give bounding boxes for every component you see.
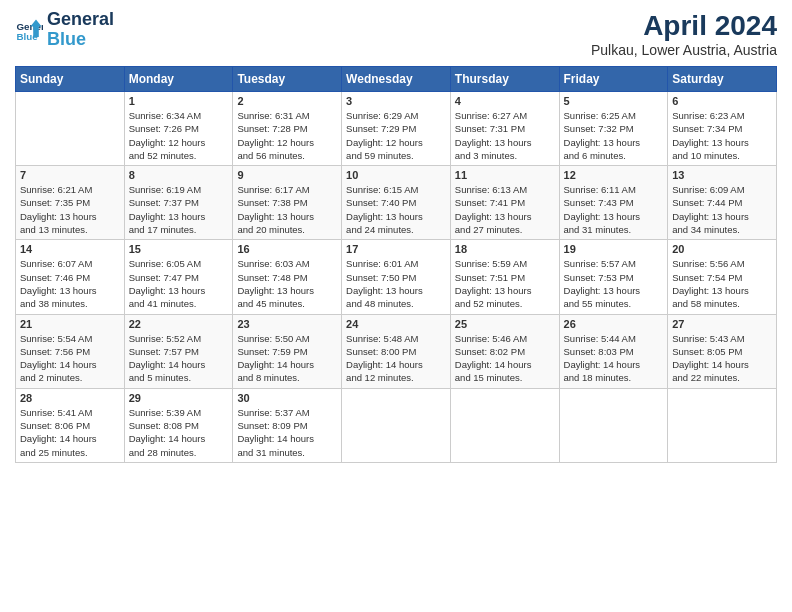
day-number: 25 (455, 318, 555, 330)
cell-content: Sunrise: 6:17 AMSunset: 7:38 PMDaylight:… (237, 184, 314, 235)
day-number: 12 (564, 169, 664, 181)
day-number: 1 (129, 95, 229, 107)
cell-w2-d7: 13Sunrise: 6:09 AMSunset: 7:44 PMDayligh… (668, 166, 777, 240)
day-number: 30 (237, 392, 337, 404)
cell-w2-d1: 7Sunrise: 6:21 AMSunset: 7:35 PMDaylight… (16, 166, 125, 240)
week-row-5: 28Sunrise: 5:41 AMSunset: 8:06 PMDayligh… (16, 388, 777, 462)
cell-content: Sunrise: 6:13 AMSunset: 7:41 PMDaylight:… (455, 184, 532, 235)
col-tuesday: Tuesday (233, 67, 342, 92)
cell-w1-d3: 2Sunrise: 6:31 AMSunset: 7:28 PMDaylight… (233, 92, 342, 166)
cell-w1-d1 (16, 92, 125, 166)
cell-w2-d2: 8Sunrise: 6:19 AMSunset: 7:37 PMDaylight… (124, 166, 233, 240)
day-number: 19 (564, 243, 664, 255)
cell-content: Sunrise: 5:37 AMSunset: 8:09 PMDaylight:… (237, 407, 314, 458)
day-number: 4 (455, 95, 555, 107)
day-number: 15 (129, 243, 229, 255)
cell-w3-d5: 18Sunrise: 5:59 AMSunset: 7:51 PMDayligh… (450, 240, 559, 314)
location-subtitle: Pulkau, Lower Austria, Austria (591, 42, 777, 58)
cell-content: Sunrise: 6:05 AMSunset: 7:47 PMDaylight:… (129, 258, 206, 309)
cell-content: Sunrise: 5:57 AMSunset: 7:53 PMDaylight:… (564, 258, 641, 309)
day-number: 6 (672, 95, 772, 107)
cell-w3-d4: 17Sunrise: 6:01 AMSunset: 7:50 PMDayligh… (342, 240, 451, 314)
cell-w3-d1: 14Sunrise: 6:07 AMSunset: 7:46 PMDayligh… (16, 240, 125, 314)
cell-content: Sunrise: 5:39 AMSunset: 8:08 PMDaylight:… (129, 407, 206, 458)
cell-w4-d5: 25Sunrise: 5:46 AMSunset: 8:02 PMDayligh… (450, 314, 559, 388)
cell-content: Sunrise: 6:31 AMSunset: 7:28 PMDaylight:… (237, 110, 314, 161)
calendar-header: Sunday Monday Tuesday Wednesday Thursday… (16, 67, 777, 92)
cell-content: Sunrise: 5:54 AMSunset: 7:56 PMDaylight:… (20, 333, 97, 384)
cell-w2-d6: 12Sunrise: 6:11 AMSunset: 7:43 PMDayligh… (559, 166, 668, 240)
col-thursday: Thursday (450, 67, 559, 92)
day-number: 23 (237, 318, 337, 330)
cell-content: Sunrise: 6:07 AMSunset: 7:46 PMDaylight:… (20, 258, 97, 309)
cell-w5-d5 (450, 388, 559, 462)
cell-w5-d7 (668, 388, 777, 462)
header-row: Sunday Monday Tuesday Wednesday Thursday… (16, 67, 777, 92)
calendar-table: Sunday Monday Tuesday Wednesday Thursday… (15, 66, 777, 463)
cell-w3-d6: 19Sunrise: 5:57 AMSunset: 7:53 PMDayligh… (559, 240, 668, 314)
cell-content: Sunrise: 6:09 AMSunset: 7:44 PMDaylight:… (672, 184, 749, 235)
cell-w3-d7: 20Sunrise: 5:56 AMSunset: 7:54 PMDayligh… (668, 240, 777, 314)
cell-content: Sunrise: 6:11 AMSunset: 7:43 PMDaylight:… (564, 184, 641, 235)
cell-content: Sunrise: 5:56 AMSunset: 7:54 PMDaylight:… (672, 258, 749, 309)
logo: General Blue General Blue (15, 10, 114, 50)
cell-content: Sunrise: 6:01 AMSunset: 7:50 PMDaylight:… (346, 258, 423, 309)
day-number: 5 (564, 95, 664, 107)
logo-icon: General Blue (15, 16, 43, 44)
cell-content: Sunrise: 6:25 AMSunset: 7:32 PMDaylight:… (564, 110, 641, 161)
cell-w3-d2: 15Sunrise: 6:05 AMSunset: 7:47 PMDayligh… (124, 240, 233, 314)
day-number: 24 (346, 318, 446, 330)
cell-w1-d6: 5Sunrise: 6:25 AMSunset: 7:32 PMDaylight… (559, 92, 668, 166)
cell-content: Sunrise: 5:50 AMSunset: 7:59 PMDaylight:… (237, 333, 314, 384)
cell-w4-d2: 22Sunrise: 5:52 AMSunset: 7:57 PMDayligh… (124, 314, 233, 388)
page-container: General Blue General Blue April 2024 Pul… (0, 0, 792, 473)
cell-w2-d3: 9Sunrise: 6:17 AMSunset: 7:38 PMDaylight… (233, 166, 342, 240)
cell-content: Sunrise: 6:19 AMSunset: 7:37 PMDaylight:… (129, 184, 206, 235)
cell-w1-d4: 3Sunrise: 6:29 AMSunset: 7:29 PMDaylight… (342, 92, 451, 166)
day-number: 22 (129, 318, 229, 330)
week-row-1: 1Sunrise: 6:34 AMSunset: 7:26 PMDaylight… (16, 92, 777, 166)
cell-content: Sunrise: 5:43 AMSunset: 8:05 PMDaylight:… (672, 333, 749, 384)
cell-content: Sunrise: 5:48 AMSunset: 8:00 PMDaylight:… (346, 333, 423, 384)
cell-w1-d7: 6Sunrise: 6:23 AMSunset: 7:34 PMDaylight… (668, 92, 777, 166)
day-number: 8 (129, 169, 229, 181)
cell-w2-d5: 11Sunrise: 6:13 AMSunset: 7:41 PMDayligh… (450, 166, 559, 240)
day-number: 3 (346, 95, 446, 107)
day-number: 14 (20, 243, 120, 255)
cell-w4-d1: 21Sunrise: 5:54 AMSunset: 7:56 PMDayligh… (16, 314, 125, 388)
logo-text-blue: Blue (47, 30, 114, 50)
day-number: 2 (237, 95, 337, 107)
cell-content: Sunrise: 6:27 AMSunset: 7:31 PMDaylight:… (455, 110, 532, 161)
cell-w4-d7: 27Sunrise: 5:43 AMSunset: 8:05 PMDayligh… (668, 314, 777, 388)
cell-content: Sunrise: 6:15 AMSunset: 7:40 PMDaylight:… (346, 184, 423, 235)
col-friday: Friday (559, 67, 668, 92)
day-number: 17 (346, 243, 446, 255)
cell-content: Sunrise: 5:41 AMSunset: 8:06 PMDaylight:… (20, 407, 97, 458)
cell-content: Sunrise: 5:59 AMSunset: 7:51 PMDaylight:… (455, 258, 532, 309)
col-monday: Monday (124, 67, 233, 92)
day-number: 21 (20, 318, 120, 330)
col-sunday: Sunday (16, 67, 125, 92)
cell-w4-d4: 24Sunrise: 5:48 AMSunset: 8:00 PMDayligh… (342, 314, 451, 388)
cell-w5-d4 (342, 388, 451, 462)
cell-w1-d5: 4Sunrise: 6:27 AMSunset: 7:31 PMDaylight… (450, 92, 559, 166)
calendar-body: 1Sunrise: 6:34 AMSunset: 7:26 PMDaylight… (16, 92, 777, 463)
cell-w5-d3: 30Sunrise: 5:37 AMSunset: 8:09 PMDayligh… (233, 388, 342, 462)
cell-w5-d1: 28Sunrise: 5:41 AMSunset: 8:06 PMDayligh… (16, 388, 125, 462)
cell-content: Sunrise: 6:21 AMSunset: 7:35 PMDaylight:… (20, 184, 97, 235)
cell-w2-d4: 10Sunrise: 6:15 AMSunset: 7:40 PMDayligh… (342, 166, 451, 240)
page-header: General Blue General Blue April 2024 Pul… (15, 10, 777, 58)
week-row-4: 21Sunrise: 5:54 AMSunset: 7:56 PMDayligh… (16, 314, 777, 388)
day-number: 29 (129, 392, 229, 404)
day-number: 7 (20, 169, 120, 181)
calendar-title: April 2024 (591, 10, 777, 42)
day-number: 11 (455, 169, 555, 181)
day-number: 26 (564, 318, 664, 330)
cell-content: Sunrise: 6:03 AMSunset: 7:48 PMDaylight:… (237, 258, 314, 309)
day-number: 10 (346, 169, 446, 181)
cell-content: Sunrise: 6:29 AMSunset: 7:29 PMDaylight:… (346, 110, 423, 161)
cell-w1-d2: 1Sunrise: 6:34 AMSunset: 7:26 PMDaylight… (124, 92, 233, 166)
day-number: 9 (237, 169, 337, 181)
col-wednesday: Wednesday (342, 67, 451, 92)
col-saturday: Saturday (668, 67, 777, 92)
